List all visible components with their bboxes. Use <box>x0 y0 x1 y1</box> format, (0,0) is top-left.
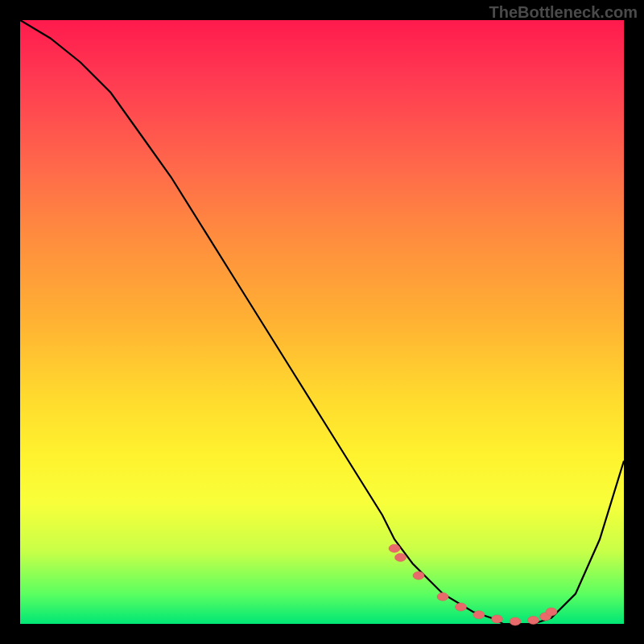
highlight-dot <box>395 554 407 562</box>
chart-svg <box>20 20 624 624</box>
watermark-text: TheBottleneck.com <box>489 3 638 22</box>
highlight-dot <box>546 608 557 616</box>
highlight-dot <box>456 603 467 611</box>
highlight-dot <box>389 544 400 552</box>
highlight-dot <box>492 615 503 623</box>
highlight-dot <box>510 617 521 625</box>
highlight-dot <box>473 611 485 619</box>
bottleneck-curve <box>20 20 624 624</box>
highlight-dot <box>437 592 448 601</box>
highlight-dot <box>528 617 539 625</box>
highlight-dots-group <box>389 544 557 625</box>
highlight-dot <box>413 572 424 580</box>
